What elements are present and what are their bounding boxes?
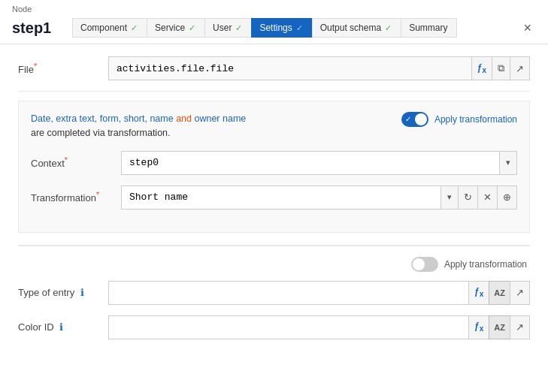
breadcrumb-item-service[interactable]: Service ✓ [147, 18, 205, 38]
transformation-add-button[interactable]: ⊕ [497, 185, 517, 210]
chevron-down-icon: ▾ [506, 158, 510, 167]
context-label: Context* [31, 155, 121, 169]
type-of-entry-info-icon[interactable]: ℹ [80, 287, 84, 298]
transformation-label: Transformation* [31, 190, 121, 204]
clear-icon: ✕ [483, 191, 492, 203]
color-id-info-icon[interactable]: ℹ [59, 321, 63, 333]
check-icon-component: ✓ [131, 23, 138, 33]
toggle-check-icon: ✓ [405, 115, 411, 123]
expand-icon-3: ↗ [516, 321, 524, 333]
expand-icon-2: ↗ [516, 287, 524, 298]
file-input[interactable] [108, 56, 472, 80]
color-id-fx-button[interactable]: ƒx [468, 315, 489, 339]
transformation-clear-button[interactable]: ✕ [477, 185, 498, 210]
color-id-expand-button[interactable]: ↗ [510, 315, 530, 339]
bottom-transform-toggle[interactable] [411, 257, 438, 272]
breadcrumb-item-settings[interactable]: Settings ✓ [251, 18, 312, 38]
add-icon: ⊕ [503, 191, 511, 203]
transform-toggle[interactable]: ✓ [401, 112, 428, 127]
type-of-entry-label: Type of entry ℹ [18, 287, 108, 298]
color-id-input[interactable] [108, 315, 469, 339]
breadcrumb-item-summary[interactable]: Summary [401, 18, 457, 38]
step-title: step1 [12, 20, 57, 37]
color-id-input-group: ƒx AZ ↗ [108, 315, 530, 339]
bottom-toggle-label: Apply transformation [444, 259, 527, 270]
type-of-entry-az-button[interactable]: AZ [489, 281, 510, 305]
bottom-transform-row: Apply transformation [18, 257, 530, 272]
transformation-refresh-button[interactable]: ↻ [458, 185, 478, 210]
color-id-label: Color ID ℹ [18, 321, 108, 333]
desc-and: and [176, 113, 194, 124]
section-divider-2 [18, 245, 530, 246]
close-button[interactable]: × [519, 19, 536, 38]
color-id-row: Color ID ℹ ƒx AZ ↗ [18, 315, 530, 339]
breadcrumb-item-component[interactable]: Component ✓ [72, 18, 147, 38]
az-icon: AZ [494, 288, 505, 297]
breadcrumb-item-user[interactable]: User ✓ [204, 18, 252, 38]
file-expand-button[interactable]: ↗ [510, 56, 530, 80]
file-fx-button[interactable]: ƒx [471, 56, 492, 80]
desc-highlight: Date, extra text, form, short, name [31, 113, 174, 124]
section-divider-1 [18, 91, 530, 92]
desc-part2: owner name [194, 113, 246, 124]
check-icon-output: ✓ [385, 23, 392, 33]
context-input-group: ▾ [121, 151, 517, 175]
refresh-icon: ↻ [464, 191, 472, 203]
file-input-group: ƒx ⧉ ↗ [108, 56, 530, 80]
transformation-field-row: Transformation* ▾ ↻ ✕ ⊕ [31, 185, 517, 210]
context-field-row: Context* ▾ [31, 151, 517, 175]
transform-description: Date, extra text, form, short, name and … [31, 112, 246, 140]
check-icon-service: ✓ [189, 23, 195, 33]
type-of-entry-input-group: ƒx AZ ↗ [108, 281, 530, 305]
fx-icon-2: ƒx [474, 286, 483, 298]
context-input[interactable] [121, 151, 500, 175]
file-label: File* [18, 62, 108, 75]
transform-toggle-group: ✓ Apply transformation [401, 112, 517, 127]
file-field-row: File* ƒx ⧉ ↗ [18, 56, 530, 80]
transformation-input-group: ▾ ↻ ✕ ⊕ [121, 185, 517, 210]
node-label: Node [0, 0, 548, 15]
type-of-entry-row: Type of entry ℹ ƒx AZ ↗ [18, 281, 530, 305]
file-doc-button[interactable]: ⧉ [492, 56, 510, 80]
header: step1 Component ✓ Service ✓ User ✓ Setti… [0, 15, 548, 44]
type-of-entry-input[interactable] [108, 281, 469, 305]
breadcrumb-item-output-schema[interactable]: Output schema ✓ [312, 18, 401, 38]
transform-section: Date, extra text, form, short, name and … [18, 101, 530, 233]
chevron-down-icon-2: ▾ [447, 192, 452, 202]
content-area: File* ƒx ⧉ ↗ Date, extra text, form, sho… [0, 44, 548, 362]
transformation-dropdown-button[interactable]: ▾ [441, 185, 459, 210]
expand-icon: ↗ [516, 63, 524, 74]
type-of-entry-fx-button[interactable]: ƒx [468, 281, 489, 305]
fx-icon: ƒx [477, 62, 486, 74]
check-icon-user: ✓ [235, 23, 242, 33]
az-icon-2: AZ [494, 323, 505, 332]
check-icon-settings: ✓ [296, 23, 303, 33]
transformation-input[interactable] [121, 185, 441, 210]
color-id-az-button[interactable]: AZ [489, 315, 510, 339]
fx-icon-3: ƒx [474, 321, 483, 333]
transform-header: Date, extra text, form, short, name and … [31, 112, 517, 140]
doc-icon: ⧉ [498, 62, 504, 74]
type-of-entry-expand-button[interactable]: ↗ [510, 281, 530, 305]
breadcrumb: Component ✓ Service ✓ User ✓ Settings ✓ … [72, 18, 510, 38]
transform-toggle-label: Apply transformation [434, 114, 517, 125]
context-dropdown-button[interactable]: ▾ [499, 151, 517, 175]
desc-line2: are completed via transformation. [31, 128, 171, 138]
